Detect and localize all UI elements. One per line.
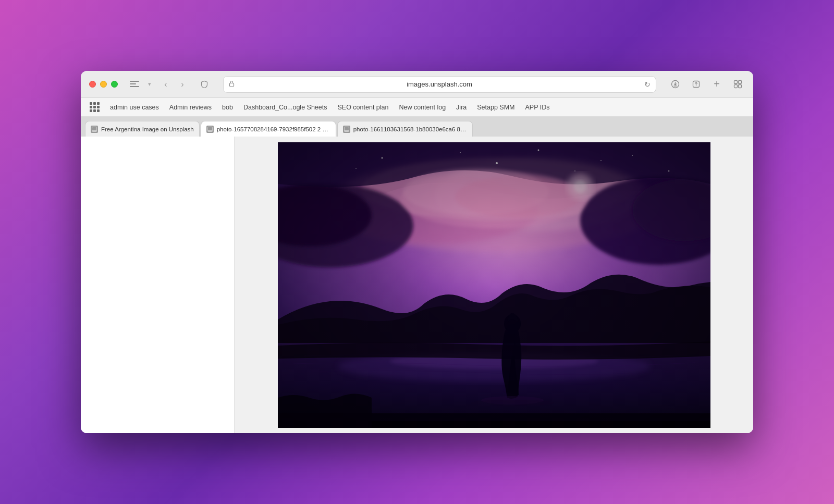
tab-2[interactable]: photo-1657708284169-7932f985f502 2 264x2… — [201, 121, 336, 137]
share-icon[interactable] — [689, 77, 703, 92]
toolbar-right: + — [668, 77, 745, 92]
sidebar-toggle-icon — [130, 81, 139, 88]
svg-rect-8 — [92, 127, 96, 130]
title-bar: ▾ ‹ › images.unsplash.com ↻ — [81, 71, 753, 98]
tabs-bar: Free Argentina Image on Unsplash photo-1… — [81, 117, 753, 137]
maximize-button[interactable] — [111, 81, 118, 88]
tab-1[interactable]: Free Argentina Image on Unsplash — [85, 121, 200, 137]
svg-rect-6 — [738, 85, 741, 88]
bookmark-admin-reviews[interactable]: Admin reviews — [165, 102, 216, 113]
tab-2-title: photo-1657708284169-7932f985f502 2 264x2… — [217, 126, 330, 132]
bookmarks-bar: admin use cases Admin reviews bob Dashbo… — [81, 98, 753, 117]
apps-menu-icon[interactable] — [88, 101, 101, 114]
svg-rect-12 — [345, 127, 349, 130]
bookmark-dashboard[interactable]: Dashboard_Co...ogle Sheets — [239, 102, 332, 113]
sidebar-toggle-chevron[interactable]: ▾ — [148, 81, 151, 88]
lock-icon — [229, 80, 235, 88]
bookmark-admin-use-cases[interactable]: admin use cases — [106, 102, 163, 113]
tab-1-title: Free Argentina Image on Unsplash — [101, 126, 194, 132]
shield-icon — [197, 77, 212, 92]
tab-1-favicon — [91, 126, 98, 133]
content-area — [81, 137, 753, 433]
bookmark-jira[interactable]: Jira — [452, 102, 471, 113]
minimize-button[interactable] — [100, 81, 107, 88]
reload-icon[interactable]: ↻ — [644, 80, 651, 89]
tab-overview-icon[interactable] — [730, 77, 745, 92]
svg-rect-5 — [734, 85, 737, 88]
tab-3-favicon — [343, 126, 350, 133]
bookmark-new-content-log[interactable]: New content log — [395, 102, 450, 113]
forward-button[interactable]: › — [175, 77, 190, 92]
nav-arrows: ‹ › — [158, 77, 190, 92]
svg-rect-45 — [278, 142, 710, 428]
tab-3[interactable]: photo-1661103631568-1b80030e6ca6 871×580… — [337, 121, 473, 137]
bookmark-seo[interactable]: SEO content plan — [333, 102, 393, 113]
bookmark-bob[interactable]: bob — [218, 102, 237, 113]
back-button[interactable]: ‹ — [158, 77, 173, 92]
tab-2-favicon — [206, 126, 214, 133]
bookmark-app-ids[interactable]: APP IDs — [521, 102, 554, 113]
browser-window: ▾ ‹ › images.unsplash.com ↻ — [81, 71, 753, 433]
new-tab-icon[interactable]: + — [709, 77, 724, 92]
svg-rect-3 — [734, 81, 737, 84]
traffic-lights — [89, 81, 118, 88]
svg-rect-0 — [230, 83, 234, 87]
photo-display — [278, 142, 710, 428]
svg-rect-4 — [738, 81, 741, 84]
bookmark-setapp[interactable]: Setapp SMM — [473, 102, 519, 113]
tab-3-title: photo-1661103631568-1b80030e6ca6 871×580… — [353, 126, 467, 132]
main-content — [235, 137, 753, 433]
address-bar[interactable]: images.unsplash.com ↻ — [223, 76, 656, 93]
url-text: images.unsplash.com — [238, 80, 641, 88]
sidebar-panel — [81, 137, 235, 433]
svg-rect-10 — [208, 127, 212, 130]
sidebar-toggle-button[interactable] — [127, 79, 142, 90]
close-button[interactable] — [89, 81, 96, 88]
download-icon[interactable] — [668, 77, 682, 92]
